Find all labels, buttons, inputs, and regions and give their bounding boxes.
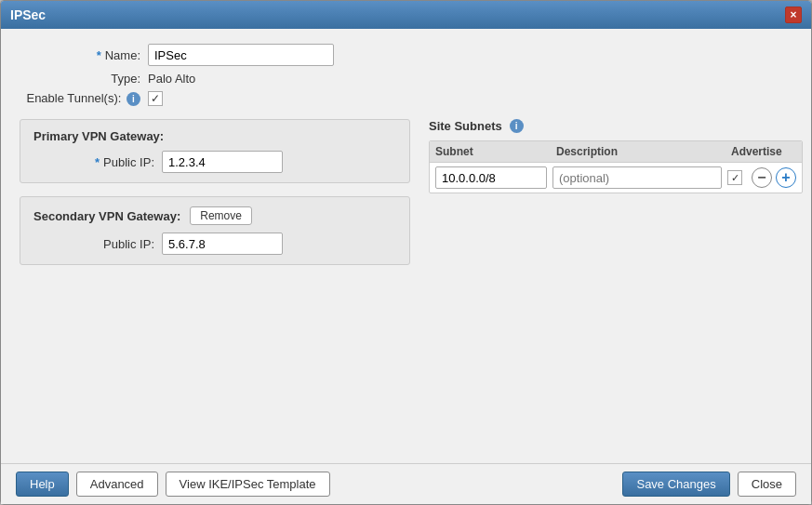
dialog-titlebar: IPSec × (1, 1, 811, 29)
dialog-footer: Help Advanced View IKE/IPSec Template Sa… (1, 463, 811, 504)
col-adv-header: Advertise (731, 145, 796, 158)
add-row-button[interactable]: + (776, 167, 796, 188)
primary-ip-label: *Public IP: (33, 155, 154, 169)
enable-tunnels-info-icon[interactable]: i (126, 92, 140, 106)
primary-gateway-header: Primary VPN Gateway: (33, 129, 396, 143)
enable-tunnels-row: Enable Tunnel(s): i (20, 91, 792, 106)
subnets-table-header: Subnet Description Advertise (430, 141, 802, 163)
close-button[interactable]: Close (738, 472, 796, 497)
footer-left: Help Advanced View IKE/IPSec Template (16, 472, 330, 497)
ipsec-dialog: IPSec × *Name: Type: Palo Alto Enable Tu… (0, 0, 812, 505)
enable-tunnels-checkbox[interactable] (148, 91, 163, 106)
dialog-close-button[interactable]: × (785, 7, 802, 23)
secondary-remove-button[interactable]: Remove (190, 206, 252, 225)
secondary-ip-input[interactable] (162, 233, 283, 255)
type-row: Type: Palo Alto (20, 72, 792, 86)
advertise-checkbox[interactable] (727, 170, 742, 185)
enable-tunnels-label: Enable Tunnel(s): i (20, 91, 140, 106)
main-content: Primary VPN Gateway: *Public IP: Seconda… (20, 119, 792, 448)
advanced-button[interactable]: Advanced (76, 472, 158, 497)
primary-required-star: * (95, 155, 100, 169)
view-template-button[interactable]: View IKE/IPSec Template (166, 472, 330, 497)
secondary-gateway-box: Secondary VPN Gateway: Remove Public IP: (20, 196, 410, 265)
secondary-ip-label: Public IP: (33, 237, 154, 251)
help-button[interactable]: Help (16, 472, 69, 497)
secondary-gateway-header: Secondary VPN Gateway: Remove (33, 206, 396, 225)
description-input[interactable] (552, 166, 722, 189)
dialog-body: *Name: Type: Palo Alto Enable Tunnel(s):… (1, 29, 811, 463)
type-label: Type: (20, 72, 140, 86)
subnets-table: Subnet Description Advertise − + (429, 140, 803, 193)
row-actions: − + (752, 167, 796, 188)
col-subnet-header: Subnet (435, 145, 556, 158)
name-label: *Name: (20, 48, 140, 62)
footer-right: Save Changes Close (622, 472, 796, 497)
primary-ip-input[interactable] (162, 151, 283, 173)
subnet-input[interactable] (435, 166, 547, 189)
site-subnets-info-icon[interactable]: i (510, 119, 524, 133)
col-desc-header: Description (556, 145, 731, 158)
remove-row-button[interactable]: − (752, 167, 772, 188)
type-value: Palo Alto (148, 72, 195, 86)
secondary-ip-row: Public IP: (33, 233, 396, 255)
left-panel: Primary VPN Gateway: *Public IP: Seconda… (20, 119, 410, 448)
right-panel: Site Subnets i Subnet Description Advert… (429, 119, 803, 448)
dialog-title: IPSec (10, 7, 46, 22)
top-fields: *Name: Type: Palo Alto Enable Tunnel(s):… (20, 44, 792, 106)
table-row: − + (430, 163, 802, 193)
required-star: * (97, 48, 101, 62)
save-changes-button[interactable]: Save Changes (622, 472, 729, 497)
primary-ip-row: *Public IP: (33, 151, 396, 173)
name-input[interactable] (148, 44, 334, 66)
site-subnets-header: Site Subnets i (429, 119, 803, 133)
name-row: *Name: (20, 44, 792, 66)
primary-gateway-box: Primary VPN Gateway: *Public IP: (20, 119, 410, 183)
